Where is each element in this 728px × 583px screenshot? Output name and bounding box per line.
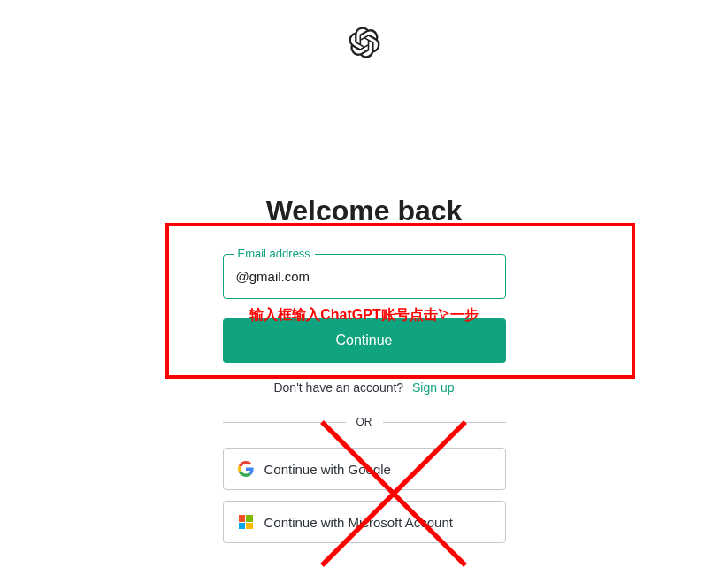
annotation-text: 输入框输入ChatGPT账号点击一步 [0, 306, 728, 325]
divider-text: OR [346, 416, 383, 428]
signup-link[interactable]: Sign up [412, 380, 454, 395]
continue-with-microsoft-button[interactable]: Continue with Microsoft Account [223, 501, 506, 543]
signup-text: Don't have an account? [273, 380, 403, 395]
divider-line-right [383, 422, 506, 423]
google-icon [238, 461, 254, 477]
continue-with-google-button[interactable]: Continue with Google [223, 448, 506, 490]
divider: OR [223, 416, 506, 428]
page-title: Welcome back [266, 195, 463, 227]
microsoft-button-label: Continue with Microsoft Account [264, 515, 453, 530]
email-field[interactable] [223, 254, 506, 299]
signup-prompt: Don't have an account? Sign up [273, 380, 454, 395]
divider-line-left [223, 422, 346, 423]
email-input-group: Email address [223, 254, 506, 299]
cursor-icon [438, 308, 450, 324]
email-label: Email address [234, 247, 315, 260]
login-form: Email address Continue Don't have an acc… [223, 254, 506, 554]
microsoft-icon [238, 514, 254, 530]
continue-button[interactable]: Continue [223, 318, 506, 363]
openai-logo-icon [349, 27, 380, 62]
google-button-label: Continue with Google [264, 462, 391, 477]
